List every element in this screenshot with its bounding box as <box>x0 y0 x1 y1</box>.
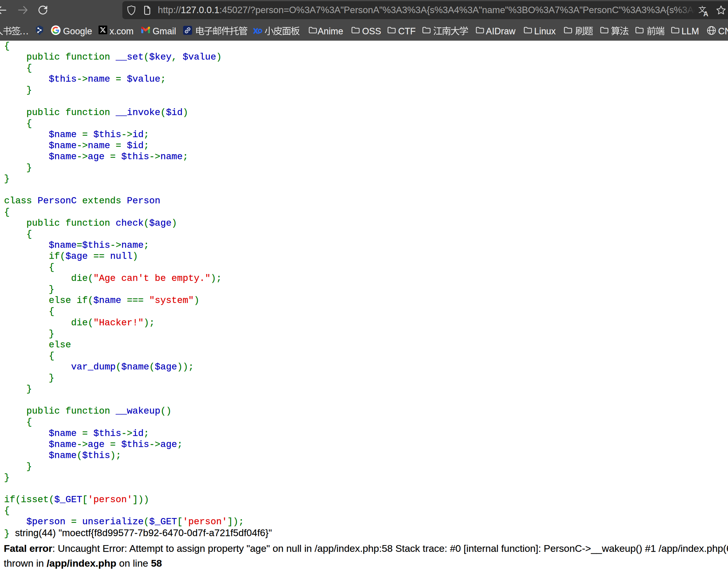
svg-text:A: A <box>703 10 708 17</box>
